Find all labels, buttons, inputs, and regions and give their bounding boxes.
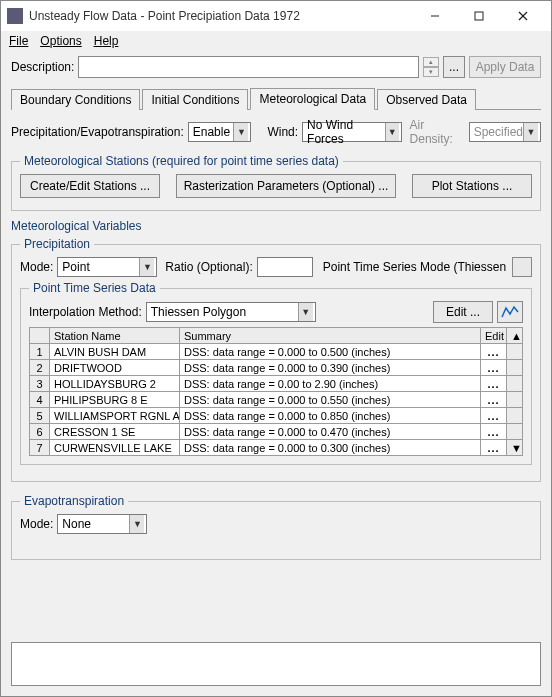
app-icon — [7, 8, 23, 24]
tab-boundary-conditions[interactable]: Boundary Conditions — [11, 89, 140, 110]
scroll-down-button[interactable]: ▼ — [507, 440, 523, 456]
evap-mode-label: Mode: — [20, 517, 53, 531]
summary-cell[interactable]: DSS: data range = 0.000 to 0.550 (inches… — [180, 392, 481, 408]
tabs: Boundary Conditions Initial Conditions M… — [11, 88, 541, 110]
table-row: 1ALVIN BUSH DAMDSS: data range = 0.000 t… — [30, 344, 523, 360]
create-edit-stations-button[interactable]: Create/Edit Stations ... — [20, 174, 160, 198]
chevron-down-icon: ▼ — [298, 303, 313, 321]
table-row: 5WILLIAMSPORT RGNL APDSS: data range = 0… — [30, 408, 523, 424]
row-number: 2 — [30, 360, 50, 376]
plot-icon-button[interactable] — [497, 301, 523, 323]
scrollbar-track[interactable] — [507, 424, 523, 440]
row-edit-button[interactable]: ... — [481, 440, 507, 456]
row-edit-button[interactable]: ... — [481, 408, 507, 424]
ratio-input[interactable] — [257, 257, 313, 277]
row-edit-button[interactable]: ... — [481, 392, 507, 408]
maximize-button[interactable] — [457, 2, 501, 30]
status-box — [11, 642, 541, 686]
precip-evap-label: Precipitation/Evapotranspiration: — [11, 125, 184, 139]
row-edit-button[interactable]: ... — [481, 344, 507, 360]
scrollbar-track[interactable] — [507, 360, 523, 376]
description-browse-button[interactable]: ... — [443, 56, 465, 78]
station-name-cell[interactable]: PHILIPSBURG 8 E — [50, 392, 180, 408]
table-row: 3HOLLIDAYSBURG 2DSS: data range = 0.00 t… — [30, 376, 523, 392]
row-edit-button[interactable]: ... — [481, 424, 507, 440]
menubar: File Options Help — [1, 31, 551, 50]
wind-select[interactable]: No Wind Forces▼ — [302, 122, 402, 142]
apply-data-button[interactable]: Apply Data — [469, 56, 541, 78]
row-number: 4 — [30, 392, 50, 408]
ratio-label: Ratio (Optional): — [165, 260, 252, 274]
point-time-series-mode-label: Point Time Series Mode (Thiessen — [323, 260, 508, 274]
summary-cell[interactable]: DSS: data range = 0.000 to 0.470 (inches… — [180, 424, 481, 440]
row-number: 5 — [30, 408, 50, 424]
scroll-up-button[interactable]: ▲ — [507, 328, 523, 344]
summary-cell[interactable]: DSS: data range = 0.000 to 0.300 (inches… — [180, 440, 481, 456]
evapotranspiration-legend: Evapotranspiration — [20, 494, 128, 508]
menu-help[interactable]: Help — [94, 34, 119, 48]
description-label: Description: — [11, 60, 74, 74]
col-edit[interactable]: Edit — [481, 328, 507, 344]
summary-cell[interactable]: DSS: data range = 0.000 to 0.850 (inches… — [180, 408, 481, 424]
row-number: 3 — [30, 376, 50, 392]
scrollbar-track[interactable] — [507, 344, 523, 360]
summary-cell[interactable]: DSS: data range = 0.000 to 0.500 (inches… — [180, 344, 481, 360]
station-name-cell[interactable]: DRIFTWOOD — [50, 360, 180, 376]
row-edit-button[interactable]: ... — [481, 360, 507, 376]
precip-mode-label: Mode: — [20, 260, 53, 274]
meteorological-stations-group: Meteorological Stations (required for po… — [11, 154, 541, 211]
wind-label: Wind: — [267, 125, 298, 139]
tab-initial-conditions[interactable]: Initial Conditions — [142, 89, 248, 110]
air-density-select: Specified▼ — [469, 122, 541, 142]
table-row: 4PHILIPSBURG 8 EDSS: data range = 0.000 … — [30, 392, 523, 408]
description-input[interactable] — [78, 56, 419, 78]
scrollbar-track[interactable] — [507, 392, 523, 408]
station-name-cell[interactable]: WILLIAMSPORT RGNL AP — [50, 408, 180, 424]
col-summary[interactable]: Summary — [180, 328, 481, 344]
table-corner — [30, 328, 50, 344]
tab-observed-data[interactable]: Observed Data — [377, 89, 476, 110]
menu-file[interactable]: File — [9, 34, 28, 48]
evapotranspiration-group: Evapotranspiration Mode: None▼ — [11, 494, 541, 560]
row-number: 7 — [30, 440, 50, 456]
table-row: 2DRIFTWOODDSS: data range = 0.000 to 0.3… — [30, 360, 523, 376]
table-row: 7CURWENSVILLE LAKEDSS: data range = 0.00… — [30, 440, 523, 456]
minimize-button[interactable] — [413, 2, 457, 30]
edit-button[interactable]: Edit ... — [433, 301, 493, 323]
titlebar: Unsteady Flow Data - Point Precipiation … — [1, 1, 551, 31]
chevron-down-icon: ▼ — [385, 123, 399, 141]
precipitation-legend: Precipitation — [20, 237, 94, 251]
close-button[interactable] — [501, 2, 545, 30]
point-time-series-mode-button[interactable] — [512, 257, 532, 277]
svg-rect-1 — [475, 12, 483, 20]
evap-mode-select[interactable]: None▼ — [57, 514, 147, 534]
table-row: 6CRESSON 1 SEDSS: data range = 0.000 to … — [30, 424, 523, 440]
summary-cell[interactable]: DSS: data range = 0.000 to 0.390 (inches… — [180, 360, 481, 376]
station-name-cell[interactable]: CRESSON 1 SE — [50, 424, 180, 440]
plot-stations-button[interactable]: Plot Stations ... — [412, 174, 532, 198]
tab-meteorological-data[interactable]: Meteorological Data — [250, 88, 375, 110]
menu-options[interactable]: Options — [40, 34, 81, 48]
precipitation-group: Precipitation Mode: Point▼ Ratio (Option… — [11, 237, 541, 482]
chevron-down-icon: ▼ — [523, 123, 538, 141]
col-station-name[interactable]: Station Name — [50, 328, 180, 344]
summary-cell[interactable]: DSS: data range = 0.00 to 2.90 (inches) — [180, 376, 481, 392]
interpolation-method-select[interactable]: Thiessen Polygon▼ — [146, 302, 316, 322]
chevron-down-icon: ▼ — [139, 258, 154, 276]
row-edit-button[interactable]: ... — [481, 376, 507, 392]
meteorological-variables-title: Meteorological Variables — [11, 219, 541, 233]
precip-evap-select[interactable]: Enable▼ — [188, 122, 252, 142]
point-time-series-data-legend: Point Time Series Data — [29, 281, 160, 295]
stations-table: Station Name Summary Edit ▲ 1ALVIN BUSH … — [29, 327, 523, 456]
air-density-label: Air Density: — [410, 118, 465, 146]
scrollbar-track[interactable] — [507, 376, 523, 392]
station-name-cell[interactable]: ALVIN BUSH DAM — [50, 344, 180, 360]
station-name-cell[interactable]: HOLLIDAYSBURG 2 — [50, 376, 180, 392]
scrollbar-track[interactable] — [507, 408, 523, 424]
row-number: 6 — [30, 424, 50, 440]
rasterization-parameters-button[interactable]: Rasterization Parameters (Optional) ... — [176, 174, 396, 198]
row-number: 1 — [30, 344, 50, 360]
precip-mode-select[interactable]: Point▼ — [57, 257, 157, 277]
station-name-cell[interactable]: CURWENSVILLE LAKE — [50, 440, 180, 456]
description-spinner[interactable]: ▴▾ — [423, 57, 439, 77]
